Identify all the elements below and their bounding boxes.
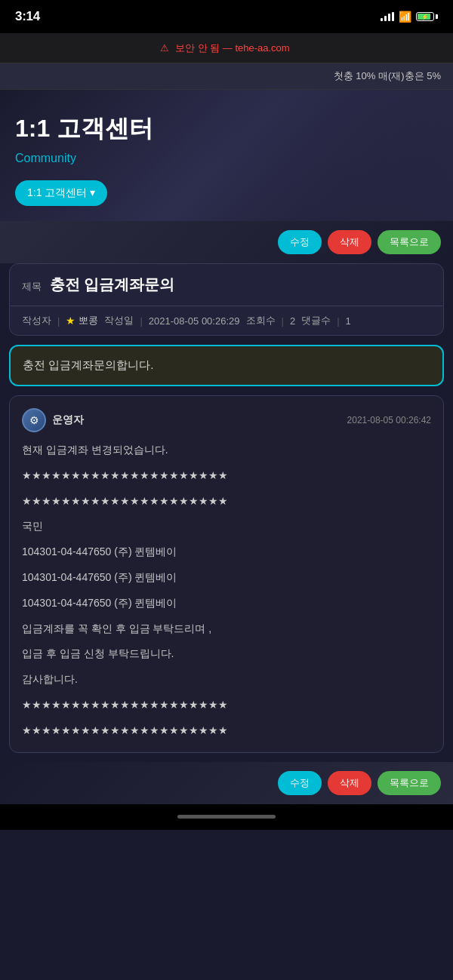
top-edit-button[interactable]: 수정 — [278, 230, 322, 254]
views-count: 2 — [290, 315, 295, 327]
status-bar: 3:14 📶 ⚡ — [0, 0, 453, 33]
community-link[interactable]: Community — [15, 152, 438, 165]
post-body-text: 충전 입금계좌문의합니다. — [23, 358, 430, 373]
comment-account1: 104301-04-447650 (주) 퀸템베이 — [22, 543, 431, 561]
comment-stars2: ★★★★★★★★★★★★★★★★★★★★★ — [22, 493, 431, 511]
comment-thanks: 감사합니다. — [22, 671, 431, 689]
comments-count: 1 — [346, 315, 351, 327]
comment-notice2: 입금 후 입금 신청 부탁드립니다. — [22, 645, 431, 663]
bottom-list-button[interactable]: 목록으로 — [378, 771, 441, 795]
page-title: 1:1 고객센터 — [15, 112, 438, 146]
status-icons: 📶 ⚡ — [381, 11, 438, 23]
bank-changed-notice: 현재 입금계좌 변경되었습니다. — [22, 441, 431, 459]
comment-stars4: ★★★★★★★★★★★★★★★★★★★★★ — [22, 722, 431, 740]
main-content: 수정 삭제 목록으로 제목 충전 입금계좌문의 작성자 | ★ 뽀콩 작성일 |… — [0, 221, 453, 804]
post-meta: 작성자 | ★ 뽀콩 작성일 | 2021-08-05 00:26:29 조회수… — [10, 306, 443, 335]
wifi-icon: 📶 — [399, 11, 411, 23]
comment-account2: 104301-04-447650 (주) 퀸템베이 — [22, 569, 431, 587]
top-delete-button[interactable]: 삭제 — [328, 230, 371, 254]
home-bar — [177, 815, 276, 819]
comment-card: ⚙ 운영자 2021-08-05 00:26:42 현재 입금계좌 변경되었습니… — [9, 395, 444, 753]
meta-divider2: | — [140, 315, 142, 327]
status-time: 3:14 — [15, 9, 40, 24]
meta-divider3: | — [282, 315, 284, 327]
bottom-edit-button[interactable]: 수정 — [278, 771, 322, 795]
comment-date: 2021-08-05 00:26:42 — [347, 415, 431, 425]
battery-icon: ⚡ — [416, 12, 438, 21]
signal-icon — [381, 12, 394, 21]
author-info: ★ 뽀콩 — [66, 314, 98, 327]
comment-stars3: ★★★★★★★★★★★★★★★★★★★★★ — [22, 696, 431, 714]
comment-body: 현재 입금계좌 변경되었습니다. ★★★★★★★★★★★★★★★★★★★★★ ★… — [22, 441, 431, 740]
views-label: 조회수 — [246, 314, 276, 327]
star-icon: ★ — [66, 315, 76, 327]
date-label: 작성일 — [104, 314, 134, 327]
security-warning: ⚠ — [160, 42, 169, 54]
home-indicator — [0, 804, 453, 830]
bottom-action-row: 수정 삭제 목록으로 — [0, 762, 453, 804]
page-header: 1:1 고객센터 Community 1:1 고객센터 ▾ — [0, 90, 453, 221]
post-card: 제목 충전 입금계좌문의 작성자 | ★ 뽀콩 작성일 | 2021-08-05… — [9, 263, 444, 336]
comments-label: 댓글수 — [301, 314, 331, 327]
comment-notice1: 입금계좌를 꼭 확인 후 입금 부탁드리며 , — [22, 620, 431, 638]
post-header: 제목 충전 입금계좌문의 — [10, 264, 443, 306]
top-action-row: 수정 삭제 목록으로 — [0, 221, 453, 263]
meta-divider1: | — [57, 315, 60, 327]
url-bar[interactable]: ⚠ 보안 안 됨 — tehe-aa.com — [0, 33, 453, 63]
post-subject-label: 제목 충전 입금계좌문의 — [22, 275, 431, 295]
author-label: 작성자 — [22, 314, 51, 327]
author-name: 뽀콩 — [79, 314, 98, 327]
dropdown-button[interactable]: 1:1 고객센터 ▾ — [15, 180, 107, 206]
comment-author-name: 운영자 — [52, 413, 84, 427]
comment-header: ⚙ 운영자 2021-08-05 00:26:42 — [22, 408, 431, 432]
top-list-button[interactable]: 목록으로 — [378, 230, 441, 254]
comment-author: ⚙ 운영자 — [22, 408, 84, 432]
comment-account3: 104301-04-447650 (주) 퀸템베이 — [22, 594, 431, 613]
comment-stars1: ★★★★★★★★★★★★★★★★★★★★★ — [22, 467, 431, 485]
meta-divider4: | — [337, 315, 339, 327]
comment-bank-name: 국민 — [22, 518, 431, 536]
post-title: 충전 입금계좌문의 — [50, 276, 175, 293]
url-text: ⚠ 보안 안 됨 — tehe-aa.com — [160, 41, 292, 55]
post-body: 충전 입금계좌문의합니다. — [9, 345, 444, 386]
bottom-delete-button[interactable]: 삭제 — [328, 771, 371, 795]
post-date: 2021-08-05 00:26:29 — [149, 315, 240, 327]
admin-avatar: ⚙ — [22, 408, 46, 432]
promo-banner: 첫충 10% 매(재)충은 5% — [0, 63, 453, 90]
